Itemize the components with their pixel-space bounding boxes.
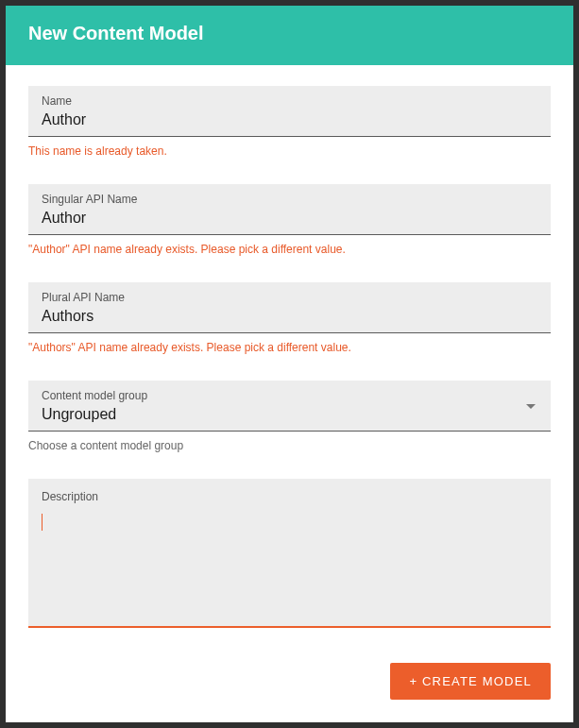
group-value: Ungrouped [42,406,526,423]
dialog-body: Name This name is already taken. Singula… [6,65,573,644]
group-label: Content model group [42,389,526,402]
name-label: Name [42,94,537,108]
description-input-wrap[interactable]: Description [28,479,551,628]
dialog-footer: + CREATE MODEL [6,644,573,722]
name-input-wrap[interactable]: Name [28,86,551,137]
plural-api-field-group: Plural API Name "Authors" API name alrea… [28,282,551,354]
name-field-group: Name This name is already taken. [28,86,551,158]
name-input[interactable] [42,111,537,128]
description-label: Description [42,490,537,503]
plural-api-error: "Authors" API name already exists. Pleas… [28,341,551,354]
create-model-button[interactable]: + CREATE MODEL [390,663,551,700]
singular-api-label: Singular API Name [42,193,537,206]
description-textarea[interactable] [42,513,537,531]
plural-api-input[interactable] [42,308,537,325]
name-error: This name is already taken. [28,144,551,158]
singular-api-error: "Author" API name already exists. Please… [28,243,551,256]
new-content-model-dialog: New Content Model Name This name is alre… [6,6,573,722]
plural-api-label: Plural API Name [42,291,537,304]
dialog-title: New Content Model [28,23,204,43]
group-select[interactable]: Content model group Ungrouped [28,381,551,432]
singular-api-input-wrap[interactable]: Singular API Name [28,184,551,235]
group-select-content: Content model group Ungrouped [42,389,526,423]
singular-api-input[interactable] [42,210,537,227]
dialog-header: New Content Model [6,6,573,65]
text-cursor-icon [42,514,43,531]
singular-api-field-group: Singular API Name "Author" API name alre… [28,184,551,256]
plural-api-input-wrap[interactable]: Plural API Name [28,282,551,333]
chevron-down-icon [526,404,536,409]
group-field-group: Content model group Ungrouped Choose a c… [28,381,551,452]
description-field-group: Description [28,479,551,628]
group-helper: Choose a content model group [28,439,551,452]
